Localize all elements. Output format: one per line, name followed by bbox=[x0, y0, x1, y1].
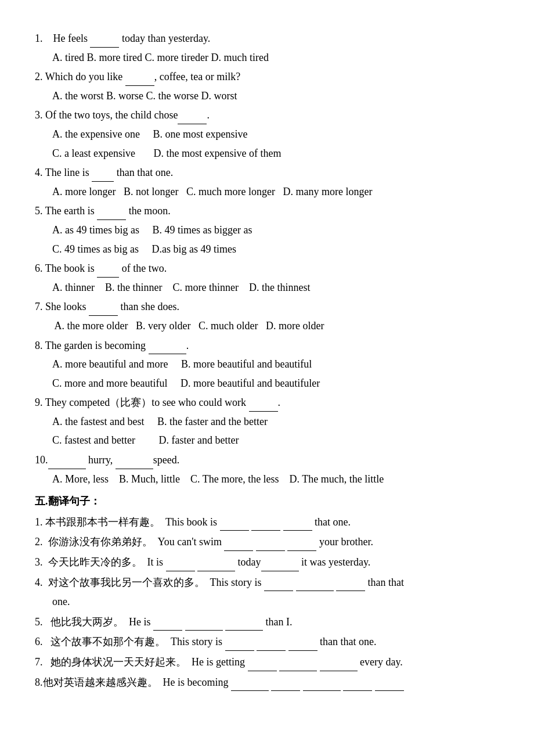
blank-7 bbox=[89, 297, 118, 316]
question-8-answers-a: A. more beautiful and more B. more beaut… bbox=[52, 355, 499, 373]
question-9: 9. They competed（比赛）to see who could wor… bbox=[35, 393, 499, 449]
translation-3-text: 3. 今天比昨天冷的多。 It is today it was yesterda… bbox=[35, 553, 499, 571]
question-6: 6. The book is of the two. A. thinner B.… bbox=[35, 259, 499, 296]
question-8: 8. The garden is becoming . A. more beau… bbox=[35, 336, 499, 393]
question-8-text: 8. The garden is becoming . bbox=[35, 336, 499, 355]
question-3-answers-b: C. a least expensive D. the most expensi… bbox=[52, 145, 499, 163]
t-blank-3c bbox=[261, 553, 299, 571]
translation-4: 4. 对这个故事我比另一个喜欢的多。 This story is than th… bbox=[35, 573, 499, 611]
translation-6: 6. 这个故事不如那个有趣。 This story is than that o… bbox=[35, 632, 499, 651]
t-blank-8d bbox=[343, 673, 372, 692]
t-blank-7c bbox=[320, 653, 358, 671]
t-blank-2a bbox=[224, 532, 253, 551]
t-blank-6c bbox=[288, 632, 317, 651]
blank-4 bbox=[92, 163, 114, 182]
section-title: 五.翻译句子： bbox=[35, 492, 499, 510]
question-9-answers-a: A. the fastest and best B. the faster an… bbox=[52, 413, 499, 431]
t-blank-1b bbox=[251, 513, 280, 531]
t-blank-6a bbox=[225, 632, 254, 651]
t-blank-5a bbox=[153, 613, 182, 631]
question-9-answers-b: C. fastest and better D. faster and bett… bbox=[52, 431, 499, 449]
question-5-answers-a: A. as 49 times big as B. 49 times as big… bbox=[52, 221, 499, 239]
t-blank-5c bbox=[225, 613, 263, 631]
translation-1: 1. 本书跟那本书一样有趣。 This book is that one. bbox=[35, 513, 499, 531]
question-7-answers: A. the more older B. very older C. much … bbox=[52, 317, 499, 335]
question-5-text: 5. The earth is the moon. bbox=[35, 201, 499, 220]
t-blank-8a bbox=[231, 673, 269, 692]
blank-1 bbox=[90, 29, 119, 48]
question-1-answers: A. tired B. more tired C. more tireder D… bbox=[52, 49, 499, 67]
translation-8: 8.他对英语越来越感兴趣。 He is becoming bbox=[35, 673, 499, 692]
t-blank-2b bbox=[256, 532, 285, 551]
t-blank-3a bbox=[166, 553, 195, 571]
question-3-answers-a: A. the expensive one B. one most expensi… bbox=[52, 125, 499, 143]
question-4-answers: A. more longer B. not longer C. much mor… bbox=[52, 183, 499, 201]
translation-1-text: 1. 本书跟那本书一样有趣。 This book is that one. bbox=[35, 513, 499, 531]
blank-6 bbox=[97, 259, 119, 278]
question-9-text: 9. They competed（比赛）to see who could wor… bbox=[35, 393, 499, 412]
blank-10b bbox=[116, 451, 153, 469]
translation-2-text: 2. 你游泳没有你弟弟好。 You can't swim your brothe… bbox=[35, 532, 499, 551]
translation-8-text: 8.他对英语越来越感兴趣。 He is becoming bbox=[35, 673, 499, 692]
blank-10a bbox=[48, 451, 86, 469]
question-1-text: 1. He feels today than yesterday. bbox=[35, 29, 499, 48]
t-blank-8c bbox=[303, 673, 341, 692]
blank-9 bbox=[249, 393, 278, 412]
question-4: 4. The line is than that one. A. more lo… bbox=[35, 163, 499, 200]
t-blank-3b bbox=[197, 553, 235, 571]
t-blank-4c bbox=[336, 573, 365, 592]
t-blank-1c bbox=[283, 513, 312, 531]
question-10-answers: A. More, less B. Much, little C. The mor… bbox=[52, 470, 499, 488]
question-4-text: 4. The line is than that one. bbox=[35, 163, 499, 182]
question-6-text: 6. The book is of the two. bbox=[35, 259, 499, 278]
translation-4-text: 4. 对这个故事我比另一个喜欢的多。 This story is than th… bbox=[35, 573, 499, 592]
question-7-text: 7. She looks than she does. bbox=[35, 297, 499, 316]
question-5-answers-b: C. 49 times as big as D.as big as 49 tim… bbox=[52, 240, 499, 258]
t-blank-8b bbox=[271, 673, 300, 692]
t-blank-7b bbox=[279, 653, 317, 671]
translation-6-text: 6. 这个故事不如那个有趣。 This story is than that o… bbox=[35, 632, 499, 651]
question-7: 7. She looks than she does. A. the more … bbox=[35, 297, 499, 334]
t-blank-5b bbox=[185, 613, 223, 631]
question-8-answers-b: C. more and more beautiful D. more beaut… bbox=[52, 375, 499, 393]
t-blank-2c bbox=[287, 532, 316, 551]
translation-3: 3. 今天比昨天冷的多。 It is today it was yesterda… bbox=[35, 553, 499, 571]
blank-2 bbox=[125, 67, 154, 86]
question-10-text: 10. hurry, speed. bbox=[35, 451, 499, 469]
t-blank-1a bbox=[220, 513, 249, 531]
t-blank-4b bbox=[296, 573, 334, 592]
t-blank-6b bbox=[257, 632, 286, 651]
question-2-text: 2. Which do you like , coffee, tea or mi… bbox=[35, 67, 499, 86]
t-blank-8e bbox=[375, 673, 404, 692]
translation-2: 2. 你游泳没有你弟弟好。 You can't swim your brothe… bbox=[35, 532, 499, 551]
translation-7-text: 7. 她的身体状况一天天好起来。 He is getting every day… bbox=[35, 653, 499, 671]
translation-4-continuation: one. bbox=[52, 593, 499, 611]
question-10: 10. hurry, speed. A. More, less B. Much,… bbox=[35, 451, 499, 488]
translation-5: 5. 他比我大两岁。 He is than I. bbox=[35, 613, 499, 631]
question-3: 3. Of the two toys, the child chose . A.… bbox=[35, 106, 499, 162]
question-6-answers: A. thinner B. the thinner C. more thinne… bbox=[52, 279, 499, 297]
t-blank-7a bbox=[248, 653, 277, 671]
translation-7: 7. 她的身体状况一天天好起来。 He is getting every day… bbox=[35, 653, 499, 671]
blank-8 bbox=[149, 336, 186, 355]
t-blank-4a bbox=[264, 573, 293, 592]
question-1: 1. He feels today than yesterday. A. tir… bbox=[35, 29, 499, 66]
blank-5 bbox=[97, 201, 126, 220]
worksheet: 1. He feels today than yesterday. A. tir… bbox=[35, 29, 499, 691]
translation-5-text: 5. 他比我大两岁。 He is than I. bbox=[35, 613, 499, 631]
question-2: 2. Which do you like , coffee, tea or mi… bbox=[35, 67, 499, 105]
question-3-text: 3. Of the two toys, the child chose . bbox=[35, 106, 499, 124]
blank-3 bbox=[178, 106, 207, 124]
question-5: 5. The earth is the moon. A. as 49 times… bbox=[35, 201, 499, 258]
question-2-answers: A. the worst B. worse C. the worse D. wo… bbox=[52, 87, 499, 105]
